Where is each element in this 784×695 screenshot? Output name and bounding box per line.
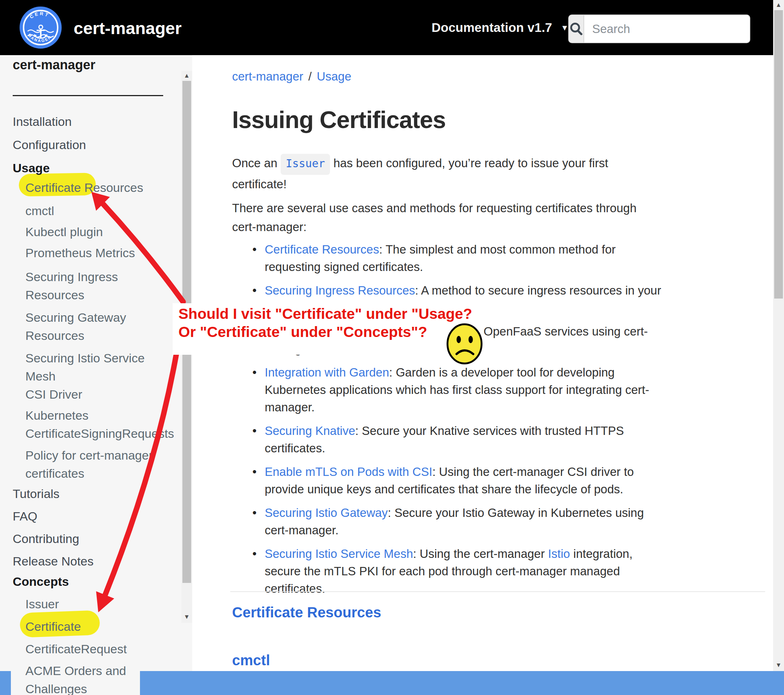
text-run: : The simplest and most common method fo… xyxy=(379,243,615,256)
text-run: Kubernetes xyxy=(25,408,89,422)
search-icon xyxy=(569,22,583,36)
text-run: Contributing xyxy=(13,532,79,546)
usecase-list-item: Securing Istio Gateway: Secure your Isti… xyxy=(232,504,689,539)
section-heading-certificate-resources[interactable]: Certificate Resources xyxy=(232,604,381,621)
breadcrumb: cert-manager/Usage xyxy=(232,69,356,83)
search-input[interactable] xyxy=(584,15,750,43)
sidebar-item-installation[interactable]: Installation xyxy=(13,112,165,130)
text-run: Policy for cert-manager xyxy=(25,448,153,462)
sidebar-item-issuer[interactable]: Issuer xyxy=(25,595,178,613)
usecase-list-item: Certificate Resources: The simplest and … xyxy=(232,241,689,276)
usecase-list-item: Securing Knative: Secure your Knative se… xyxy=(232,422,689,457)
annotation-line1: Should I visit "Certificate" under "Usag… xyxy=(178,305,472,323)
scroll-down-arrow-icon[interactable]: ▼ xyxy=(773,660,784,670)
sidebar-item-usage[interactable]: Usage xyxy=(13,159,165,177)
inline-link[interactable]: cert-manager xyxy=(232,69,303,83)
text-run: : Using the cert-manager CSI driver to xyxy=(432,465,634,479)
sidebar-item-concepts[interactable]: Concepts xyxy=(13,573,165,591)
page-scrollbar-thumb[interactable] xyxy=(774,10,783,299)
text-run: Resources xyxy=(25,329,84,342)
text-run: : Secure your Knative services with trus… xyxy=(355,424,624,437)
text-run: certificates xyxy=(25,467,84,480)
inline-link[interactable]: Enable mTLS on Pods with CSI xyxy=(265,465,432,479)
text-run: CertificateRequest xyxy=(25,642,127,656)
usecase-list-item: Enable mTLS on Pods with CSI: Using the … xyxy=(232,463,689,498)
text-run: ACME Orders and xyxy=(25,664,126,678)
text-run: : Garden is a developer tool for develop… xyxy=(389,366,614,379)
sidebar-heading: cert-manager xyxy=(13,57,96,73)
text-run: Certificate xyxy=(25,619,81,633)
sidebar-item-csi-driver[interactable]: CSI Driver xyxy=(25,385,178,403)
inline-link[interactable]: Usage xyxy=(316,69,351,83)
docs-version-dropdown[interactable]: Documentation v1.7 ▼ xyxy=(432,20,568,35)
docs-version-label: Documentation v1.7 xyxy=(432,20,552,35)
text-run: Prometheus Metrics xyxy=(25,246,135,260)
text-run: Usage xyxy=(13,161,50,175)
scroll-up-arrow-icon[interactable]: ▲ xyxy=(773,0,784,10)
sidebar-item-release-notes[interactable]: Release Notes xyxy=(13,552,165,570)
text-run: Concepts xyxy=(13,574,69,588)
text-run: Securing Gateway xyxy=(25,310,126,324)
text-run: Mesh xyxy=(25,369,56,383)
breadcrumb-separator: / xyxy=(308,69,311,83)
intro-paragraph: Once an Issuer has been configured, you’… xyxy=(232,154,608,194)
text-run: CertificateSigningRequests xyxy=(25,427,174,440)
sidebar-item-certificate[interactable]: Certificate xyxy=(25,617,178,636)
text-run: FAQ xyxy=(13,509,37,523)
text-run: : Using the cert-manager xyxy=(413,547,548,560)
text-run: integration, xyxy=(570,547,632,560)
text-run: There are several use cases and methods … xyxy=(232,201,636,215)
inline-link[interactable]: Securing Istio Service Mesh xyxy=(265,547,413,560)
annotation-text: Should I visit "Certificate" under "Usag… xyxy=(178,305,472,341)
text-run: Configuration xyxy=(13,138,86,152)
sidebar-item-cmctl[interactable]: cmctl xyxy=(25,202,178,220)
sidebar-item-contributing[interactable]: Contributing xyxy=(13,530,165,548)
text-run: Release Notes xyxy=(13,554,94,568)
text-run: Tutorials xyxy=(13,487,59,500)
sidebar-item-kubectl-plugin[interactable]: Kubectl plugin xyxy=(25,223,178,241)
text-run: certificate! xyxy=(232,177,287,191)
usecase-list: Certificate Resources: The simplest and … xyxy=(232,241,689,604)
text-run: Kubernetes applications which has first … xyxy=(265,383,649,396)
sidebar-item-configuration[interactable]: Configuration xyxy=(13,136,165,154)
inline-link[interactable]: Securing Knative xyxy=(265,424,355,437)
code-chip: Issuer xyxy=(281,154,330,175)
sidebar-item-securing-ingress-resources[interactable]: Securing IngressResources xyxy=(25,268,178,304)
sidebar-item-prometheus-metrics[interactable]: Prometheus Metrics xyxy=(25,244,178,262)
text-run: : Secure your Istio Gateway in Kubernete… xyxy=(388,506,644,520)
sidebar-item-tutorials[interactable]: Tutorials xyxy=(13,485,165,503)
page-title: Issuing Certificates xyxy=(232,106,446,134)
text-run: certificates. xyxy=(265,441,325,455)
text-run: cmctl xyxy=(25,204,54,218)
text-run: Issuer xyxy=(25,597,59,611)
sidebar-nav: cert-manager InstallationConfigurationUs… xyxy=(0,0,192,695)
page: CERT MANAGER ⚓ cert-manager Documentatio… xyxy=(0,0,784,695)
search-icon-segment xyxy=(569,15,584,43)
text-run: Resources xyxy=(25,288,84,302)
inline-link[interactable]: Integration with Garden xyxy=(265,366,389,379)
text-run: : A method to secure ingress resources i… xyxy=(415,284,661,297)
text-run: Installation xyxy=(13,115,72,129)
inline-link[interactable]: Certificate Resources xyxy=(265,243,379,256)
section-heading-cmctl[interactable]: cmctl xyxy=(232,652,270,669)
sidebar-item-securing-istio-service-mesh[interactable]: Securing Istio ServiceMesh xyxy=(25,349,178,385)
sidebar-item-securing-gateway-resources[interactable]: Securing GatewayResources xyxy=(25,308,178,345)
sidebar-item-certificate-resources[interactable]: Certificate Resources xyxy=(25,178,178,196)
text-run: Once an xyxy=(232,156,281,170)
sidebar-item-kubernetes-certificatesigningrequests[interactable]: KubernetesCertificateSigningRequests xyxy=(25,406,178,442)
sidebar-item-acme-orders-and-challenges[interactable]: ACME Orders andChallenges xyxy=(25,662,178,695)
text-run: Challenges xyxy=(25,682,87,695)
sidebar-item-faq[interactable]: FAQ xyxy=(13,507,165,525)
text-run: secure the mTLS PKI for each pod through… xyxy=(265,565,620,578)
sidebar-item-certificaterequest[interactable]: CertificateRequest xyxy=(25,640,178,658)
text-run: Certificate Resources xyxy=(25,181,143,195)
inline-link[interactable]: Securing Istio Gateway xyxy=(265,506,388,520)
section-divider xyxy=(230,591,765,592)
usecases-paragraph: There are several use cases and methods … xyxy=(232,199,636,236)
text-run: provide unique keys and certificates tha… xyxy=(265,482,623,496)
text-run: Securing Ingress xyxy=(25,270,118,284)
inline-link[interactable]: Istio xyxy=(548,547,570,560)
sidebar-item-policy-for-cert-manager-certificates[interactable]: Policy for cert-managercertificates xyxy=(25,446,178,482)
page-vertical-scrollbar[interactable]: ▲ ▼ xyxy=(773,0,784,671)
inline-link[interactable]: Securing Ingress Resources xyxy=(265,284,415,297)
